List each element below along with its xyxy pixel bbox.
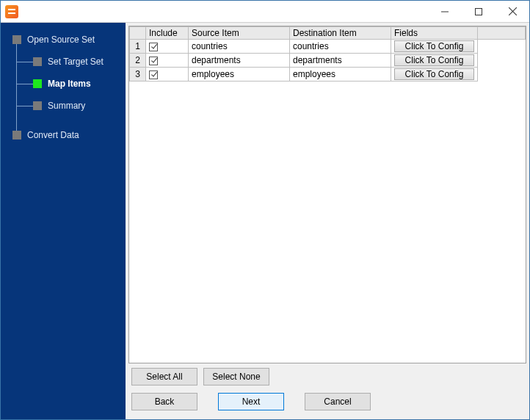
- source-item-cell[interactable]: departments: [189, 54, 290, 68]
- step-convert-data[interactable]: Convert Data: [12, 127, 79, 143]
- include-cell[interactable]: [146, 54, 189, 68]
- row-number: 1: [130, 40, 146, 54]
- next-button[interactable]: Next: [218, 393, 284, 410]
- cancel-button[interactable]: Cancel: [305, 393, 371, 410]
- fields-config-button[interactable]: Click To Config: [394, 40, 474, 52]
- mapping-grid: Include Source Item Destination Item Fie…: [129, 26, 526, 82]
- minimize-button[interactable]: [428, 1, 462, 23]
- wizard-sidebar: Open Source Set Set Target Set Map Items…: [1, 23, 126, 419]
- filler-cell: [478, 68, 526, 82]
- col-header-fields[interactable]: Fields: [391, 27, 478, 40]
- table-row[interactable]: 2 departments departments Click To Confi…: [130, 54, 526, 68]
- row-number: 3: [130, 68, 146, 82]
- col-header-include[interactable]: Include: [146, 27, 189, 40]
- select-none-button[interactable]: Select None: [203, 368, 269, 385]
- col-header-filler: [478, 27, 526, 40]
- checkbox-checked-icon[interactable]: [149, 57, 158, 65]
- titlebar: [1, 1, 529, 23]
- content-area: Include Source Item Destination Item Fie…: [126, 23, 529, 419]
- maximize-button[interactable]: [462, 1, 495, 23]
- table-row[interactable]: 3 employees employees Click To Config: [130, 68, 526, 82]
- dest-item-cell[interactable]: countries: [290, 40, 391, 54]
- dest-item-cell[interactable]: departments: [290, 54, 391, 68]
- col-header-rownum[interactable]: [130, 27, 146, 40]
- selection-buttons-row: Select All Select None: [128, 363, 526, 385]
- step-set-target-set[interactable]: Set Target Set: [33, 54, 104, 70]
- include-cell[interactable]: [146, 68, 189, 82]
- source-item-cell[interactable]: countries: [189, 40, 290, 54]
- step-label: Set Target Set: [48, 57, 104, 67]
- nav-buttons-row: Back Next Cancel: [128, 385, 526, 416]
- filler-cell: [478, 40, 526, 54]
- step-box-icon: [33, 101, 42, 110]
- step-label: Summary: [48, 101, 85, 111]
- grid-header-row: Include Source Item Destination Item Fie…: [130, 27, 526, 40]
- col-header-dest[interactable]: Destination Item: [290, 27, 391, 40]
- step-label: Open Source Set: [27, 35, 95, 45]
- filler-cell: [478, 54, 526, 68]
- table-row[interactable]: 1 countries countries Click To Config: [130, 40, 526, 54]
- app-icon: [5, 5, 18, 18]
- mapping-grid-wrap: Include Source Item Destination Item Fie…: [128, 26, 526, 363]
- step-box-icon: [33, 79, 42, 88]
- step-label: Map Items: [48, 79, 91, 89]
- step-label: Convert Data: [27, 130, 79, 140]
- step-summary[interactable]: Summary: [33, 98, 85, 114]
- step-box-icon: [12, 35, 21, 44]
- checkbox-checked-icon[interactable]: [149, 70, 158, 79]
- col-header-source[interactable]: Source Item: [189, 27, 290, 40]
- back-button[interactable]: Back: [131, 393, 197, 410]
- dest-item-cell[interactable]: employees: [290, 68, 391, 82]
- step-box-icon: [33, 57, 42, 66]
- step-open-source-set[interactable]: Open Source Set: [12, 32, 95, 48]
- select-all-button[interactable]: Select All: [131, 368, 197, 385]
- include-cell[interactable]: [146, 40, 189, 54]
- row-number: 2: [130, 54, 146, 68]
- source-item-cell[interactable]: employees: [189, 68, 290, 82]
- close-button[interactable]: [495, 1, 529, 23]
- svg-rect-1: [476, 8, 482, 15]
- checkbox-checked-icon[interactable]: [149, 43, 158, 51]
- step-box-icon: [12, 131, 21, 140]
- fields-config-button[interactable]: Click To Config: [394, 54, 474, 66]
- fields-config-button[interactable]: Click To Config: [394, 68, 474, 80]
- step-map-items[interactable]: Map Items: [33, 76, 91, 92]
